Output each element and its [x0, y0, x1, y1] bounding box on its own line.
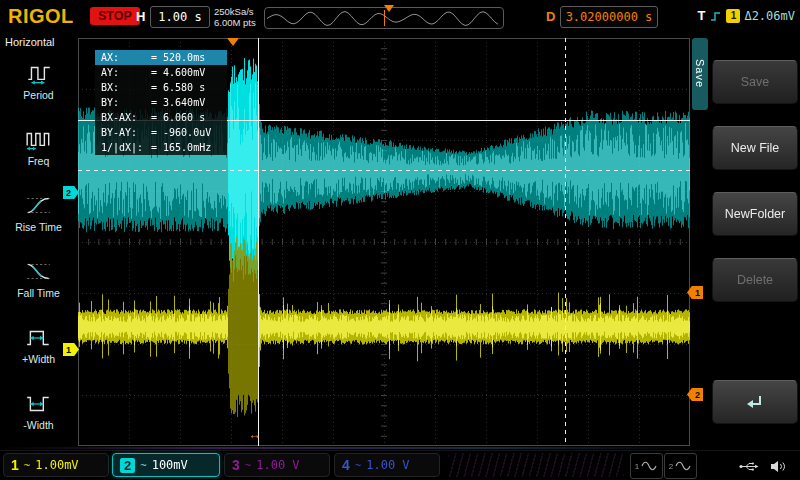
- cursor-row-label: BY:: [101, 97, 151, 108]
- brand-logo: RIGOL: [8, 5, 74, 28]
- sidebar-item-period[interactable]: Period: [0, 48, 77, 114]
- period-icon: [25, 62, 53, 86]
- rising-edge-icon: [709, 10, 722, 22]
- cursor-row-label: BY-AY:: [101, 127, 151, 138]
- delay-readout: 3.02000000 s: [560, 6, 658, 28]
- delay-label: D: [546, 9, 555, 24]
- sidebar-item-fall-time[interactable]: Fall Time: [0, 246, 77, 312]
- sidebar-item-label: -Width: [23, 419, 53, 431]
- cursor-row-value: = 520.0ms: [151, 52, 205, 63]
- plus-width-icon: [25, 326, 53, 350]
- acquisition-readout: 250kSa/s 6.00M pts: [214, 6, 256, 28]
- cursor-row-ay[interactable]: AY: = 4.600mV: [95, 65, 227, 80]
- timebase-readout: 1.00 s: [150, 6, 210, 28]
- cursor-row-label: BX:: [101, 82, 151, 93]
- channel4-status[interactable]: 4 ~ 1.00 V: [334, 453, 440, 477]
- channel-number: 1: [11, 457, 19, 473]
- minus-width-icon: [25, 392, 53, 416]
- cursor-row-value: = 4.600mV: [151, 67, 205, 78]
- sine-icon: [675, 460, 692, 472]
- sidebar-title: Horizontal: [5, 36, 77, 48]
- channel1-status[interactable]: 1 ~ 1.00mV: [3, 453, 109, 477]
- trigger-level-readout: Δ2.06mV: [744, 9, 795, 23]
- cursor-row-value: = 6.580 s: [151, 82, 205, 93]
- channel-number: 3: [232, 457, 240, 473]
- cursor-row-label: AX:: [101, 52, 151, 63]
- new-file-button[interactable]: New File: [712, 126, 798, 170]
- new-folder-button[interactable]: NewFolder: [712, 192, 798, 236]
- run-state-badge: STOP: [90, 7, 140, 25]
- horizontal-label: H: [136, 9, 145, 24]
- menu-tab-save[interactable]: Save: [692, 38, 708, 110]
- trigger-label: T: [697, 8, 705, 23]
- decorative-divider: [0, 447, 690, 449]
- cursor-row-ax[interactable]: AX: = 520.0ms: [95, 50, 227, 65]
- sidebar-item-label: Fall Time: [17, 287, 60, 299]
- cursor-row-value: = 165.0mHz: [151, 142, 211, 153]
- coupling-icon: ~: [355, 459, 361, 471]
- channel-scale: 100mV: [152, 458, 188, 472]
- sidebar-item-label: Freq: [28, 155, 50, 167]
- cursor-row-by-ay[interactable]: BY-AY: = -960.0uV: [95, 125, 227, 140]
- coupling-icon: ~: [245, 459, 251, 471]
- sidebar-item-label: Period: [23, 89, 53, 101]
- freq-icon: [25, 128, 53, 152]
- cursor-measurement-panel: AX: = 520.0ms AY: = 4.600mV BX: = 6.580 …: [95, 50, 227, 155]
- return-arrow-icon: [744, 393, 766, 411]
- oscilloscope-screen: RIGOL STOP H 1.00 s 250kSa/s 6.00M pts D…: [0, 0, 800, 480]
- sample-rate: 250kSa/s: [214, 6, 256, 17]
- decorative-wave-pattern: [448, 453, 624, 477]
- cursor-row-label: 1/|dX|:: [101, 142, 151, 153]
- channel3-status[interactable]: 3 ~ 1.00 V: [224, 453, 330, 477]
- channel-number: 4: [342, 457, 350, 473]
- preview-trigger-stem: [384, 10, 385, 26]
- usb-icon: [738, 460, 761, 473]
- trigger-source-badge: 1: [726, 9, 740, 23]
- cursor-row-label: BX-AX:: [101, 112, 151, 123]
- memory-preview-strip[interactable]: [264, 7, 504, 29]
- channel-scale: 1.00 V: [256, 458, 299, 472]
- sine-icon: [641, 460, 658, 472]
- trigger-readout-group: T 1 Δ2.06mV: [697, 8, 795, 23]
- cursor-row-value: = 6.060 s: [151, 112, 205, 123]
- save-button[interactable]: Save: [712, 60, 798, 104]
- cursor-row-bx[interactable]: BX: = 6.580 s: [95, 80, 227, 95]
- slot-number: 1: [635, 462, 639, 471]
- wave-slot-2[interactable]: 2: [664, 453, 697, 479]
- cursor-row-by[interactable]: BY: = 3.640mV: [95, 95, 227, 110]
- speaker-icon[interactable]: [769, 459, 788, 474]
- cursor-row-inv-dx[interactable]: 1/|dX|: = 165.0mHz: [95, 140, 227, 155]
- preview-trigger-marker-icon[interactable]: [384, 5, 394, 12]
- channel-number: 2: [120, 458, 135, 473]
- wave-slot-1[interactable]: 1: [630, 453, 663, 479]
- cursor-row-bx-ax[interactable]: BX-AX: = 6.060 s: [95, 110, 227, 125]
- trigger-position-marker[interactable]: [227, 38, 239, 46]
- cursor-row-value: = 3.640mV: [151, 97, 205, 108]
- soft-menu: Save Save New File NewFolder Delete: [690, 34, 800, 448]
- top-status-bar: RIGOL STOP H 1.00 s 250kSa/s 6.00M pts D…: [0, 0, 800, 34]
- waveform-area: AX: = 520.0ms AY: = 4.600mV BX: = 6.580 …: [78, 38, 690, 446]
- slot-number: 2: [669, 462, 673, 471]
- rise-time-icon: [25, 194, 53, 218]
- sidebar-item-freq[interactable]: Freq: [0, 114, 77, 180]
- coupling-icon: ~: [24, 459, 30, 471]
- cursor-row-label: AY:: [101, 67, 151, 78]
- channel-scale: 1.00mV: [35, 458, 78, 472]
- channel2-status[interactable]: 2 ~ 100mV: [112, 453, 220, 477]
- sidebar-item-minus-width[interactable]: -Width: [0, 378, 77, 444]
- memory-depth: 6.00M pts: [214, 17, 256, 28]
- fall-time-icon: [25, 260, 53, 284]
- delete-button[interactable]: Delete: [712, 258, 798, 302]
- cursor-ab-handle[interactable]: ↔: [248, 428, 261, 441]
- coupling-icon: ~: [140, 459, 146, 471]
- channel-status-bar: 1 ~ 1.00mV 2 ~ 100mV 3 ~ 1.00 V 4 ~ 1.00…: [0, 450, 800, 480]
- cursor-row-value: = -960.0uV: [151, 127, 211, 138]
- channel-scale: 1.00 V: [366, 458, 409, 472]
- sidebar-item-label: +Width: [22, 353, 55, 365]
- memory-waveform-icon: [267, 8, 499, 28]
- sidebar-item-label: Rise Time: [15, 221, 62, 233]
- horizontal-measure-sidebar: Horizontal Period Freq Rise Tim: [0, 34, 77, 448]
- back-button[interactable]: [712, 380, 798, 424]
